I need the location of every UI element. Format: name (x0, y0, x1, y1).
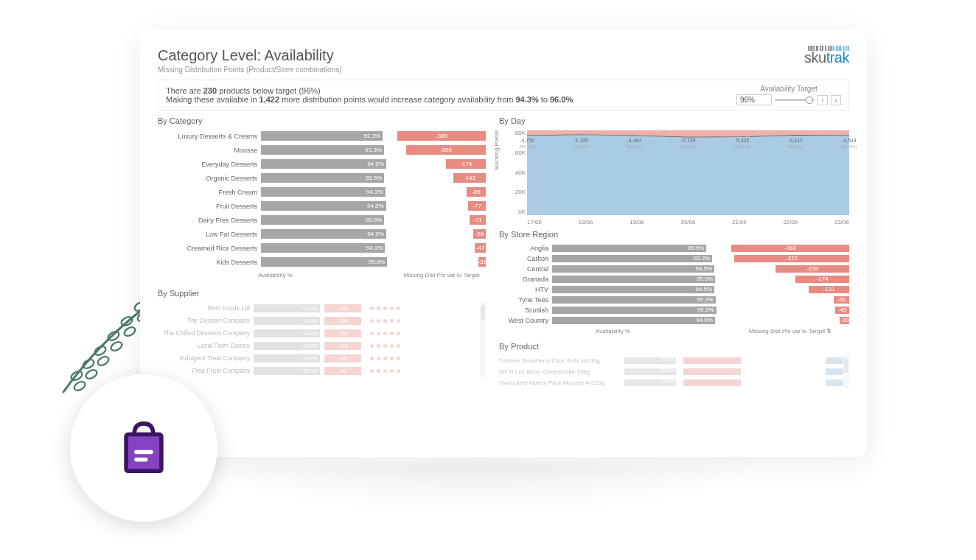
brand-logo: ||||||| ||| |||| || ||||||| |||||| ||| |… (804, 47, 849, 66)
byday-point-label: -3,705(95.4%) (573, 138, 588, 149)
region-row-label: Scottish (499, 307, 552, 314)
category-availability-bar[interactable]: 95.8% (261, 257, 393, 267)
svg-point-7 (107, 330, 121, 343)
category-availability-bar[interactable]: 93.3% (261, 145, 393, 155)
category-missing-bar[interactable]: -56 (397, 229, 486, 239)
region-missing-bar[interactable]: -131 (731, 286, 849, 293)
target-next-button[interactable]: › (831, 95, 841, 105)
svg-point-8 (123, 326, 137, 338)
category-availability-bar[interactable]: 94.1% (261, 243, 393, 253)
supplier-row[interactable]: Best Foods Ltd93.2%-429 (158, 302, 480, 314)
byday-point-label: -5,729(93.0%) (680, 138, 696, 149)
scrollbar[interactable] (843, 355, 849, 388)
category-row-label: Dairy Free Desserts (158, 217, 261, 224)
category-missing-bar[interactable]: -388 (397, 131, 486, 141)
supplier-row[interactable]: Indulgent Treat Company95.2%-96 (158, 352, 480, 364)
region-missing-bar[interactable]: -30 (731, 317, 849, 324)
region-availability-bar[interactable]: 94.5% (552, 265, 724, 273)
drop-shadow (199, 463, 759, 514)
section-supplier-title: By Supplier (158, 289, 486, 298)
category-row-label: Kids Desserts (158, 259, 261, 266)
category-availability-bar[interactable]: 94.9% (261, 159, 393, 169)
scrollbar[interactable] (480, 302, 486, 377)
axis-label: Availability % (158, 272, 393, 279)
category-missing-bar[interactable]: -85 (397, 187, 486, 197)
product-row[interactable]: We R Lux Berry Cheesecake 150g78.8% (499, 366, 843, 377)
svg-rect-16 (134, 458, 147, 462)
category-availability-bar[interactable]: 93.5% (261, 173, 393, 183)
category-missing-bar[interactable]: -31 (397, 257, 486, 267)
axis-label: Missing Dist Pts var to Target (397, 272, 486, 279)
supplier-row[interactable]: Local Farm Dairies93.7%-171 (158, 340, 480, 351)
region-availability-bar[interactable]: 94.5% (552, 286, 724, 293)
svg-point-6 (110, 340, 124, 353)
byday-point-label: -4,217(94.8%) (788, 138, 804, 149)
region-availability-bar[interactable]: 93.3% (552, 255, 724, 262)
svg-point-5 (94, 345, 108, 357)
region-row-label: Tyne Tees (499, 296, 552, 304)
category-row-label: Luxury Desserts & Creams (158, 133, 261, 140)
supplier-row[interactable]: The Chilled Desserts Company94.0%-250 (158, 327, 480, 339)
section-category-title: By Category (158, 116, 486, 125)
region-row-label: Carlton (499, 255, 552, 262)
axis-label: Missing Dist Pts var to Target ⇅ (731, 328, 849, 335)
region-missing-bar[interactable]: -174 (731, 276, 849, 283)
byday-point-label: -4,756(94.1%) (519, 138, 534, 149)
category-availability-bar[interactable]: 94.9% (261, 229, 393, 239)
byday-chart[interactable]: Stocking Points 80K60K40K20K0K -4,756(94… (499, 130, 849, 225)
region-missing-bar[interactable]: -45 (731, 307, 849, 314)
target-input[interactable]: 96% (736, 94, 772, 105)
category-missing-bar[interactable]: -143 (397, 173, 486, 183)
page-title: Category Level: Availability (158, 47, 342, 64)
shopping-bag-icon (70, 374, 217, 522)
category-missing-bar[interactable]: -350 (397, 145, 486, 155)
category-missing-bar[interactable]: -77 (397, 201, 486, 211)
axis-label: Availability % (499, 328, 727, 335)
region-availability-bar[interactable]: 94.8% (552, 317, 724, 324)
supplier-row[interactable]: The Dessert Company94.0%-294 (158, 315, 480, 326)
dashboard-frame: Category Level: Availability Missing Dis… (140, 29, 867, 457)
svg-point-2 (85, 368, 99, 381)
category-row-label: Fruit Desserts (158, 203, 261, 210)
region-availability-bar[interactable]: 95.5% (552, 307, 724, 314)
region-row-label: West Country (499, 317, 552, 324)
category-row-label: Creamed Rice Desserts (158, 245, 261, 252)
product-row[interactable]: Own Label Variety Pack Mousse 4x125g72.6… (499, 377, 843, 388)
svg-rect-15 (134, 450, 153, 455)
category-row-label: Everyday Desserts (158, 161, 261, 168)
supplier-row[interactable]: Free From Company93.5%-91 (158, 365, 480, 377)
category-missing-bar[interactable]: -174 (397, 159, 486, 169)
region-row-label: Anglia (499, 245, 552, 252)
summary-bar: There are 230 products below target (96%… (158, 80, 849, 111)
region-row-label: Central (499, 265, 552, 273)
category-availability-bar[interactable]: 93.5% (261, 215, 393, 225)
category-availability-bar[interactable]: 92.3% (261, 131, 393, 141)
region-missing-bar[interactable]: -382 (731, 245, 849, 252)
target-prev-button[interactable]: ‹ (818, 95, 828, 105)
target-slider[interactable] (775, 99, 815, 101)
region-availability-bar[interactable]: 95.3% (552, 296, 724, 304)
category-missing-bar[interactable]: -71 (397, 215, 486, 225)
byday-point-label: -5,325(93.4%) (734, 138, 750, 149)
region-missing-bar[interactable]: -50 (731, 296, 849, 304)
category-row-label: Organic Desserts (158, 175, 261, 182)
region-missing-bar[interactable]: -372 (731, 255, 849, 262)
region-availability-bar[interactable]: 95.0% (552, 276, 724, 283)
category-availability-bar[interactable]: 94.3% (261, 187, 393, 197)
svg-point-3 (82, 358, 96, 371)
category-missing-bar[interactable]: -47 (397, 243, 486, 253)
byday-point-label: -4,464(94.5%) (627, 138, 642, 149)
svg-point-4 (97, 355, 111, 368)
region-row-label: HTV (499, 286, 552, 293)
category-availability-bar[interactable]: 94.8% (261, 201, 393, 211)
region-row-label: Granada (499, 276, 552, 283)
product-row[interactable]: Tubbies Strawberry Choc Pots 4x100g78.5% (499, 355, 843, 365)
target-label: Availability Target (736, 85, 841, 93)
category-row-label: Fresh Cream (158, 189, 261, 196)
region-missing-bar[interactable]: -238 (731, 265, 849, 273)
category-row-label: Mousse (158, 147, 261, 154)
region-availability-bar[interactable]: 89.9% (552, 245, 724, 252)
section-product-title: By Product (499, 342, 849, 351)
page-subtitle: Missing Distribution Points (Product/Sto… (158, 66, 342, 74)
section-byday-title: By Day (499, 116, 849, 125)
